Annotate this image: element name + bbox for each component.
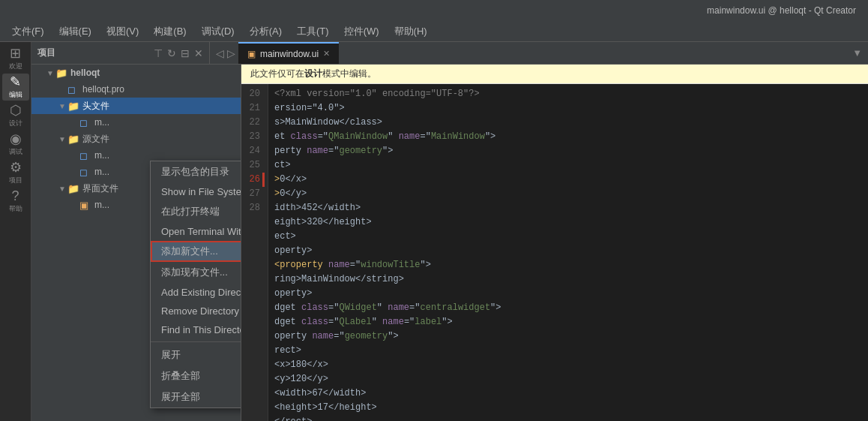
tree-label-helloqt: helloqt — [70, 68, 100, 78]
code-line-14: ring>MainWindow</string> — [274, 272, 862, 287]
ctx-separator — [151, 341, 241, 342]
tree-label-forms: 界面文件 — [82, 182, 118, 195]
ui-file-icon: ▣ — [247, 49, 256, 59]
split-icon[interactable]: ⊟ — [181, 47, 190, 59]
menu-help[interactable]: 帮助(H) — [388, 23, 433, 41]
ctx-find-in-dir[interactable]: Find in This Directory... — [151, 320, 241, 339]
tree-item-headers[interactable]: ▼ 📁 头文件 — [31, 98, 241, 114]
menu-edit[interactable]: 编辑(E) — [53, 23, 97, 41]
code-line-22: <width>67</width> — [274, 386, 862, 401]
tree-label-pro: helloqt.pro — [82, 84, 124, 95]
menu-debug[interactable]: 调试(D) — [196, 23, 241, 41]
activity-edit[interactable]: ✎ 编辑 — [2, 74, 29, 101]
forms-folder-icon: 📁 — [67, 183, 79, 194]
src-file1-icon: ◻ — [79, 150, 91, 161]
activity-bar: ⊞ 欢迎 ✎ 编辑 ⬡ 设计 ◉ 调试 ⚙ 项目 ? 帮助 — [0, 42, 31, 421]
design-icon: ⬡ — [10, 104, 22, 117]
ctx-show-containing[interactable]: 显示包含的目录 — [151, 161, 241, 182]
sources-folder-icon: 📁 — [67, 134, 79, 145]
debug-icon: ◉ — [10, 132, 22, 146]
ctx-expand[interactable]: 展开 — [151, 344, 241, 365]
src-file2-icon: ◻ — [79, 167, 91, 178]
folder-icon: 📁 — [55, 68, 67, 79]
ctx-open-terminal[interactable]: 在此打开终端 — [151, 201, 241, 222]
code-line-20: <x>180</x> — [274, 358, 862, 372]
ctx-add-existing-dir[interactable]: Add Existing Directory... — [151, 283, 241, 302]
line-numbers: 20 21 22 23 24 25 26 27 28 — [241, 84, 268, 421]
activity-project[interactable]: ⚙ 项目 — [2, 159, 29, 186]
arrow-down-icon: ▼ — [58, 102, 67, 110]
tree-label-sources: 源文件 — [82, 133, 109, 146]
nav-back-icon[interactable]: ◁ — [216, 47, 224, 59]
arrow-down3-icon: ▼ — [58, 185, 67, 193]
tree-item-pro[interactable]: ◻ helloqt.pro — [31, 81, 241, 98]
code-line-8: >0</y> — [274, 187, 862, 201]
welcome-icon: ⊞ — [10, 47, 21, 60]
code-line-17: dget class="QLabel" name="label"> — [274, 315, 862, 329]
arrow-icon: ▼ — [46, 69, 55, 77]
code-content[interactable]: <?xml version="1.0" encoding="UTF-8"?> e… — [268, 84, 868, 421]
code-line-5: perty name="geometry"> — [274, 144, 862, 158]
code-line-16: dget class="QWidget" name="centralwidget… — [274, 301, 862, 315]
ctx-show-filesystem[interactable]: Show in File System View — [151, 182, 241, 201]
title-text: mainwindow.ui @ helloqt - Qt Creator — [707, 5, 856, 16]
title-bar: mainwindow.ui @ helloqt - Qt Creator — [0, 0, 868, 21]
menu-view[interactable]: 视图(V) — [100, 23, 145, 41]
tree-label-ui: m... — [94, 200, 109, 210]
tab-mainwindow-ui[interactable]: mainwindow.ui — [260, 49, 319, 59]
ctx-remove-directory[interactable]: Remove Directory — [151, 302, 241, 320]
code-line-15: operty> — [274, 287, 862, 301]
code-line-13: <property name="windowTitle"> — [274, 258, 862, 272]
code-line-9: idth>452</width> — [274, 201, 862, 215]
help-icon: ? — [11, 189, 19, 203]
tree-item-sources[interactable]: ▼ 📁 源文件 — [31, 131, 241, 147]
tree-item-header1[interactable]: ◻ m... — [31, 114, 241, 131]
tab-dropdown-icon[interactable]: ▼ — [852, 47, 862, 59]
code-line-4: et class="QMainWindow" name="MainWindow"… — [274, 130, 862, 144]
filter-icon[interactable]: ⊤ — [154, 47, 163, 59]
code-line-10: eight>320</height> — [274, 215, 862, 230]
ctx-collapse-all[interactable]: 折叠全部 — [151, 365, 241, 386]
tree-label-src1: m... — [94, 150, 109, 161]
code-line-11: ect> — [274, 230, 862, 244]
ctx-add-new-file[interactable]: 添加新文件... — [151, 241, 241, 262]
ui-file-tree-icon: ▣ — [79, 200, 91, 211]
code-line-23: <height>17</height> — [274, 401, 862, 415]
headers-folder-icon: 📁 — [67, 101, 79, 112]
edit-icon: ✎ — [10, 75, 21, 89]
ctx-expand-all[interactable]: 展开全部 — [151, 386, 241, 407]
pro-file-icon: ◻ — [67, 84, 79, 95]
close-panel-icon[interactable]: ✕ — [194, 47, 203, 59]
sidebar-header-label: 项目 — [37, 47, 55, 59]
menu-file[interactable]: 文件(F) — [6, 23, 50, 41]
menu-widgets[interactable]: 控件(W) — [338, 23, 385, 41]
design-banner-text: 此文件仅可在设计模式中编辑。 — [250, 68, 376, 80]
activity-design[interactable]: ⬡ 设计 — [2, 102, 29, 129]
header-file-icon: ◻ — [79, 117, 91, 128]
design-mode-banner: 此文件仅可在设计模式中编辑。 — [241, 65, 868, 84]
code-line-18: operty name="geometry"> — [274, 329, 862, 344]
ctx-add-existing-file[interactable]: 添加现有文件... — [151, 262, 241, 283]
tree-item-helloqt[interactable]: ▼ 📁 helloqt — [31, 65, 241, 81]
code-editor[interactable]: 20 21 22 23 24 25 26 27 28 <?xml version… — [241, 84, 868, 421]
context-menu: 显示包含的目录 Show in File System View 在此打开终端 … — [150, 161, 241, 408]
menu-tools[interactable]: 工具(T) — [291, 23, 335, 41]
code-line-6: ct> — [274, 158, 862, 173]
sync-icon[interactable]: ↻ — [167, 47, 176, 59]
menu-bar: 文件(F) 编辑(E) 视图(V) 构建(B) 调试(D) 分析(A) 工具(T… — [0, 21, 868, 42]
menu-build[interactable]: 构建(B) — [148, 23, 192, 41]
activity-debug[interactable]: ◉ 调试 — [2, 131, 29, 158]
code-line-19: rect> — [274, 344, 862, 358]
tree-label-header1: m... — [94, 117, 109, 128]
activity-welcome[interactable]: ⊞ 欢迎 — [2, 45, 29, 72]
activity-help[interactable]: ? 帮助 — [2, 188, 29, 215]
tab-close-button[interactable]: ✕ — [323, 49, 330, 59]
code-line-7: >0</x> — [274, 173, 862, 187]
code-line-2: ersion="4.0"> — [274, 101, 862, 116]
ctx-open-terminal-with[interactable]: Open Terminal With ▶ — [151, 222, 241, 241]
nav-forward-icon[interactable]: ▷ — [227, 47, 235, 59]
project-icon: ⚙ — [10, 161, 22, 174]
code-line-3: s>MainWindow</class> — [274, 116, 862, 130]
menu-analyze[interactable]: 分析(A) — [244, 23, 288, 41]
code-line-1: <?xml version="1.0" encoding="UTF-8"?> — [274, 87, 862, 101]
